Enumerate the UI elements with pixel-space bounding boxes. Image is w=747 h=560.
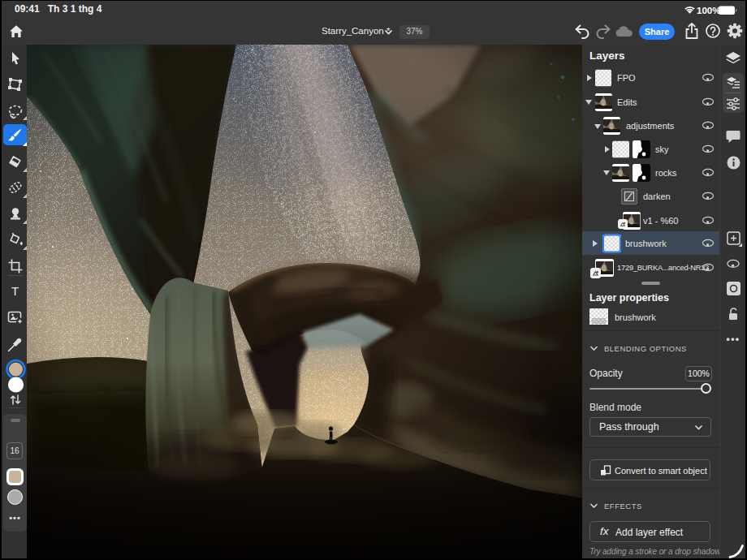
svg-text:100%: 100% <box>697 6 720 15</box>
